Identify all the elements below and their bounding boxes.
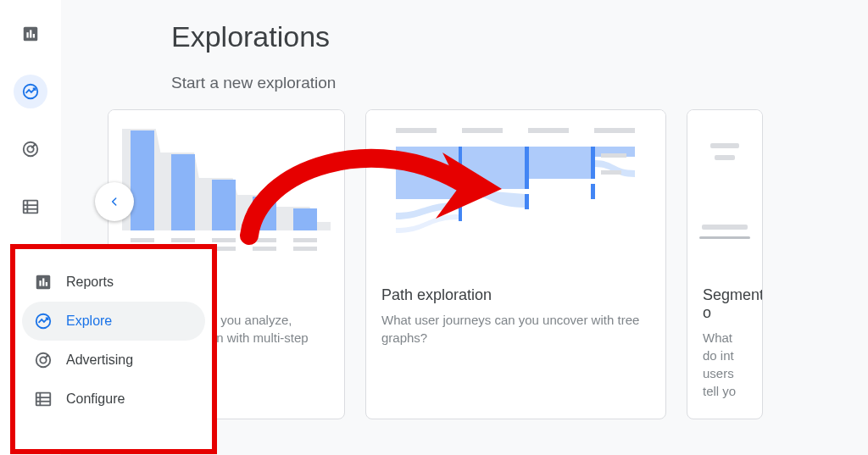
card-segment-desc: What do int users tell yo <box>703 329 747 400</box>
page-title: Explorations <box>171 20 868 53</box>
svg-rect-1 <box>26 32 28 37</box>
svg-rect-26 <box>39 280 41 286</box>
sidebar-item-reports[interactable]: Reports <box>22 263 205 302</box>
svg-rect-8 <box>24 201 38 214</box>
svg-rect-20 <box>525 194 529 209</box>
sidebar-item-advertising[interactable]: Advertising <box>22 341 205 380</box>
sidebar-item-label: Reports <box>66 275 114 290</box>
carousel-prev-button[interactable] <box>95 182 134 221</box>
card-path-title: Path exploration <box>381 286 650 304</box>
nav-explore-icon[interactable] <box>14 75 47 108</box>
sidebar-item-explore[interactable]: Explore <box>22 302 205 341</box>
svg-rect-27 <box>42 278 44 286</box>
sidebar-item-label: Advertising <box>66 352 133 368</box>
svg-rect-17 <box>525 147 529 189</box>
reports-icon <box>34 273 53 291</box>
svg-rect-33 <box>36 393 51 406</box>
svg-rect-18 <box>591 147 595 179</box>
sidebar-item-label: Configure <box>66 391 125 407</box>
card-segment-overlap[interactable]: Segment o What do int users tell yo <box>687 109 763 419</box>
advertising-icon <box>34 351 53 369</box>
svg-rect-15 <box>528 128 569 133</box>
svg-rect-13 <box>396 128 437 133</box>
svg-rect-21 <box>459 203 462 221</box>
svg-rect-3 <box>33 34 35 38</box>
chevron-left-icon <box>108 196 120 208</box>
card-segment-title: Segment o <box>703 286 747 322</box>
svg-point-30 <box>36 353 51 368</box>
svg-rect-28 <box>46 282 47 286</box>
card-path-exploration[interactable]: Path exploration What user journeys can … <box>365 109 666 419</box>
sidebar-item-configure[interactable]: Configure <box>22 380 205 419</box>
sidebar-item-label: Explore <box>66 314 112 329</box>
explore-icon <box>34 312 53 330</box>
card-path-desc: What user journeys can you uncover with … <box>381 311 650 347</box>
svg-rect-2 <box>30 30 31 37</box>
exploration-templates-row: exploration ser journeys can you analyze… <box>171 109 868 419</box>
sidebar-expanded-callout: Reports Explore Advertising Configure <box>10 244 217 454</box>
configure-icon <box>34 390 53 408</box>
svg-rect-23 <box>601 170 621 175</box>
svg-rect-19 <box>591 184 595 199</box>
section-subtitle: Start a new exploration <box>171 74 868 92</box>
svg-rect-14 <box>462 128 503 133</box>
svg-rect-16 <box>594 128 635 133</box>
svg-rect-22 <box>601 153 626 158</box>
card-segment-thumb <box>687 110 762 271</box>
card-path-thumb <box>366 110 665 271</box>
nav-reports-icon[interactable] <box>14 17 47 51</box>
nav-advertising-icon[interactable] <box>14 132 47 166</box>
nav-configure-icon[interactable] <box>14 190 47 224</box>
